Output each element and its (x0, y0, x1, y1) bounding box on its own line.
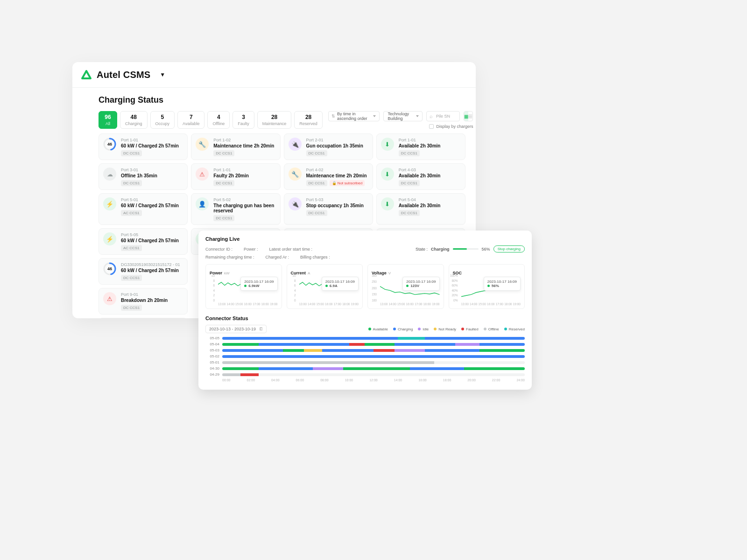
port-tag: DC CCS1 (306, 150, 327, 156)
avail-icon: ⬇ (381, 168, 394, 181)
legend-item: Not Ready (434, 327, 456, 331)
chart-tooltip: 2023-10-17 16:096.9A (322, 277, 359, 291)
page-title: Charging Status (99, 95, 465, 105)
user-icon: 👤 (196, 197, 209, 210)
port-card[interactable]: 🔧Port 1-02Maintenance time 2h 20minDC CC… (191, 133, 280, 160)
port-card[interactable]: ⚡Port 5-0160 kW / Charged 2h 57minAC CCS… (99, 193, 188, 225)
power-label: Power : (244, 247, 258, 252)
port-card[interactable]: ⬇Port 1-01Available 2h 30minDC CCS1 (376, 133, 465, 160)
header: Autel CSMS ▼ (72, 62, 476, 88)
state-progress (453, 248, 479, 250)
date-range-picker[interactable]: 2023-10-13 - 2023-10-19 (205, 325, 267, 333)
status-filter-tabs: 96All48Charging5Occupy7Available4Offline… (99, 111, 323, 129)
sort-select[interactable]: ⇅ By time in ascending order (328, 111, 380, 121)
port-card[interactable]: ⬇Port 5-04Available 2h 30minDC CCS1 (376, 193, 465, 225)
port-card[interactable]: ⚡Port 5-0560 kW / Charged 2h 57minAC CCS… (99, 228, 188, 255)
search-placeholder: Pile SN (436, 114, 450, 119)
gun-icon: 🔌 (289, 138, 302, 151)
port-card[interactable]: 🔌Port 5-03Stop occupancy 1h 35minDC CCS1 (284, 193, 373, 225)
status-tab-reserved[interactable]: 28Reserved (294, 111, 323, 129)
chart-tooltip: 2023-10-17 16:09123V (402, 277, 439, 291)
port-card[interactable]: 🔧Port 4-02Maintenance time 2h 20minDC CC… (284, 163, 373, 190)
bolt-icon: ⚡ (103, 197, 116, 210)
fault-icon: ⚠ (196, 168, 209, 181)
port-card[interactable]: ⚠Port 9-01Breakdown 2h 20minDC CCS1 (99, 288, 188, 315)
port-tag: 🔒 Not subscribed (330, 180, 365, 186)
date-range-value: 2023-10-13 - 2023-10-19 (209, 327, 256, 331)
app-logo[interactable]: Autel CSMS ▼ (81, 69, 165, 80)
chart-tooltip: 2023-10-17 16:0956% (484, 277, 521, 291)
avail-icon: ⬇ (381, 197, 394, 210)
port-tag: DC CCS1 (213, 215, 234, 221)
status-tab-all[interactable]: 96All (99, 111, 117, 129)
bolt-icon: ⚡ (103, 232, 116, 245)
port-tag: DC CCS1 (213, 180, 234, 186)
legend-item: Offline (484, 327, 499, 331)
timeline-row: 05-01 (205, 360, 525, 364)
legend-item: Faulted (461, 327, 479, 331)
list-view-icon[interactable]: ☰ (468, 112, 472, 121)
app-dropdown-caret[interactable]: ▼ (160, 71, 165, 78)
billing-label: Billing charges : (300, 255, 330, 259)
timeline-row: 04-29 (205, 372, 525, 377)
charging-live-title: Charging Live (205, 236, 525, 242)
charged-label: Charged Ar : (266, 255, 289, 259)
status-tab-offline[interactable]: 4Offline (207, 111, 230, 129)
detail-panel: Charging Live Connector ID : Power : Lat… (198, 231, 532, 390)
status-tab-available[interactable]: 7Available (177, 111, 204, 129)
state-label: State : (416, 247, 428, 252)
avail-icon: ⬇ (381, 138, 394, 151)
port-card[interactable]: 👤Port 5-02The charging gun has been rese… (191, 193, 280, 225)
port-card[interactable]: 🔌Port 2-01Gun occupation 1h 35minDC CCS1 (284, 133, 373, 160)
state-pct: 56% (482, 247, 490, 252)
wrench-icon: 🔧 (196, 138, 209, 151)
port-tag: DC CCS1 (121, 150, 142, 156)
port-tag: DC CCS1 (399, 150, 420, 156)
status-tab-charging[interactable]: 48Charging (120, 111, 148, 129)
mini-chart-power: PowerkW 1086420 13:0014:0015:0016:0017:0… (205, 264, 282, 309)
port-tag: DC CCS1 (399, 210, 420, 216)
port-card[interactable]: 46Port 1-0160 kW / Charged 2h 57minDC CC… (99, 318, 188, 318)
status-tab-occupy[interactable]: 5Occupy (150, 111, 175, 129)
port-card[interactable]: 46Port 1-0160 kW / Charged 2h 57minDC CC… (99, 133, 188, 160)
port-card[interactable]: 46DG3302051903021515172 - 0160 kW / Char… (99, 258, 188, 285)
search-input[interactable]: Pile SN (426, 111, 460, 121)
timeline-row: 05-02 (205, 354, 525, 358)
port-card[interactable]: ⬇Port 4-03Available 2h 30minDC CCS1 (376, 163, 465, 190)
timeline: 05-05 05-04 05-03 05-02 05-01 04-30 04-2… (205, 336, 525, 377)
state-value: Charging (431, 247, 450, 252)
grid-view-icon[interactable]: ▦ (464, 112, 468, 121)
stop-charging-button[interactable]: Stop charging (493, 245, 525, 252)
latest-order-label: Latest order start time : (269, 247, 313, 252)
checkbox-icon (429, 124, 434, 129)
timeline-row: 05-04 (205, 342, 525, 346)
mini-chart-voltage: VoltageV 300250200150100 13:0014:0015:00… (367, 264, 444, 309)
port-tag: DC CCS1 (399, 180, 420, 186)
display-by-chargers[interactable]: Display by chargers (429, 124, 473, 129)
status-tab-maintenance[interactable]: 28Maintenance (257, 111, 292, 129)
location-select[interactable]: Technology Building (383, 111, 423, 121)
timeline-legend: AvailableChargingIdleNot ReadyFaultedOff… (368, 327, 525, 331)
port-tag: AC CCS1 (121, 210, 142, 216)
fault-icon: ⚠ (103, 292, 116, 305)
off-icon: ☁ (103, 168, 116, 181)
status-tab-faulty[interactable]: 3Faulty (233, 111, 254, 129)
port-card[interactable]: ☁Port 3-01Offline 1h 35minDC CCS1 (99, 163, 188, 190)
port-tag: DC CCS1 (306, 180, 327, 186)
port-tag: DC CCS1 (213, 150, 234, 156)
timeline-row: 04-30 (205, 366, 525, 371)
port-tag: DC CCS1 (121, 275, 142, 281)
view-toggle[interactable]: ▦ ☰ (464, 111, 473, 121)
port-tag: AC CCS1 (121, 245, 142, 251)
timeline-row: 05-03 (205, 348, 525, 352)
connector-id-label: Connector ID : (205, 247, 233, 252)
port-tag: DC CCS1 (121, 305, 142, 311)
chart-tooltip: 2023-10-17 16:096.9kW (240, 277, 277, 291)
timeline-row: 05-05 (205, 336, 525, 340)
legend-item: Reserved (504, 327, 525, 331)
progress-ring-icon: 46 (103, 262, 116, 275)
mini-chart-soc: SOC 100%80%60%40%20%0% 13:0014:0015:0016… (449, 264, 525, 309)
remaining-label: Remaining charging time : (205, 255, 254, 259)
port-card[interactable]: ⚠Port 1-01Faulty 2h 20minDC CCS1 (191, 163, 280, 190)
mini-chart-current: CurrentA 1086420 13:0014:0015:0016:0017:… (287, 264, 363, 309)
